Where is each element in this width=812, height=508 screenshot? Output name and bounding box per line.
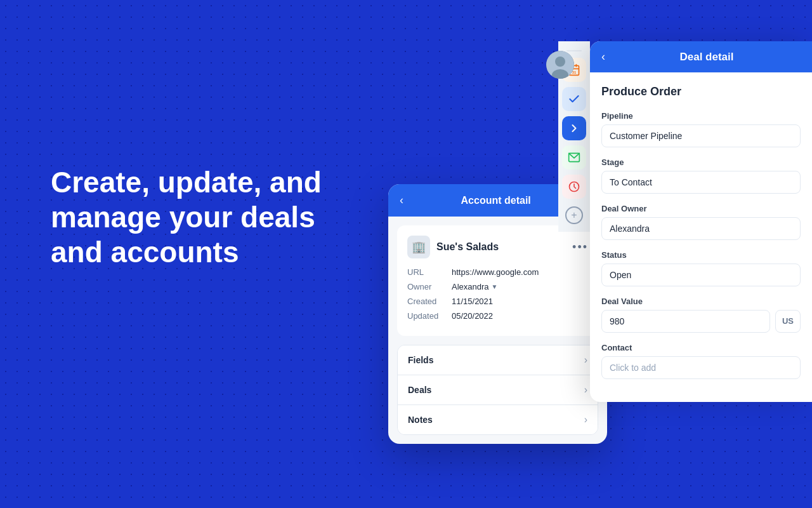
- status-field: Status Open: [601, 250, 801, 286]
- fields-chevron: ›: [584, 354, 587, 366]
- owner-value[interactable]: Alexandra ▼: [452, 282, 497, 291]
- owner-row: Owner Alexandra ▼: [407, 282, 588, 291]
- notes-label: Notes: [408, 415, 433, 425]
- hero-text: Create, update, and manage your deals an…: [51, 165, 368, 271]
- contact-field: Contact Click to add: [601, 343, 801, 379]
- deal-currency[interactable]: US: [775, 310, 801, 333]
- url-value: https://www.google.com: [452, 267, 539, 277]
- contact-input[interactable]: Click to add: [601, 356, 801, 379]
- owner-dropdown-arrow: ▼: [492, 283, 498, 290]
- deals-label: Deals: [408, 385, 431, 395]
- sidebar-add-button[interactable]: +: [565, 206, 583, 224]
- check-sidebar-icon[interactable]: [562, 87, 586, 111]
- svg-point-1: [555, 57, 565, 67]
- company-icon: 🏢: [407, 236, 430, 258]
- created-label: Created: [407, 297, 452, 306]
- created-value: 11/15/2021: [452, 297, 493, 306]
- deals-chevron: ›: [584, 384, 587, 396]
- created-row: Created 11/15/2021: [407, 297, 588, 306]
- deal-body: Produce Order Pipeline Customer Pipeline…: [590, 72, 812, 402]
- avatar-image: [546, 51, 574, 79]
- deal-owner-label: Deal Owner: [601, 204, 801, 213]
- clock-sidebar-icon[interactable]: [562, 175, 586, 199]
- more-options-button[interactable]: •••: [572, 241, 588, 254]
- updated-row: Updated 05/20/2022: [407, 311, 588, 321]
- updated-value: 05/20/2022: [452, 311, 493, 321]
- updated-label: Updated: [407, 311, 452, 321]
- deal-header: ‹ Deal detail: [590, 41, 812, 72]
- stage-field: Stage To Contact: [601, 157, 801, 194]
- account-back-button[interactable]: ‹: [400, 194, 403, 207]
- fields-section[interactable]: Fields ›: [398, 345, 598, 375]
- deal-name: Produce Order: [601, 85, 801, 98]
- deal-detail-panel: ‹ Deal detail Produce Order Pipeline Cus…: [590, 41, 812, 402]
- hero-headline: Create, update, and manage your deals an…: [51, 166, 322, 269]
- deals-section[interactable]: Deals ›: [398, 375, 598, 404]
- user-avatar[interactable]: [546, 51, 574, 79]
- deal-back-button[interactable]: ‹: [601, 50, 605, 64]
- pipeline-field: Pipeline Customer Pipeline: [601, 111, 801, 147]
- account-info-row: 🏢 Sue's Salads •••: [407, 236, 588, 258]
- url-label: URL: [407, 267, 452, 277]
- pipeline-label: Pipeline: [601, 111, 801, 121]
- contact-label: Contact: [601, 343, 801, 352]
- deal-owner-value[interactable]: Alexandra: [601, 217, 801, 240]
- forward-sidebar-icon[interactable]: [562, 116, 586, 140]
- deal-value-label: Deal Value: [601, 297, 801, 306]
- company-name: Sue's Salads: [436, 241, 572, 253]
- status-value[interactable]: Open: [601, 264, 801, 286]
- owner-label: Owner: [407, 282, 452, 291]
- deal-value-row: 980 US: [601, 310, 801, 333]
- svg-text:31: 31: [572, 70, 577, 74]
- stage-label: Stage: [601, 157, 801, 167]
- deal-owner-field: Deal Owner Alexandra: [601, 204, 801, 240]
- status-label: Status: [601, 250, 801, 260]
- pipeline-value[interactable]: Customer Pipeline: [601, 124, 801, 147]
- sidebar-divider-top: [566, 50, 582, 51]
- fields-label: Fields: [408, 355, 433, 365]
- account-sections: Fields › Deals › Notes ›: [397, 345, 598, 435]
- account-card-title: Account detail: [461, 195, 531, 206]
- notes-section[interactable]: Notes ›: [398, 404, 598, 434]
- email-sidebar-icon[interactable]: [562, 145, 586, 170]
- url-row: URL https://www.google.com: [407, 267, 588, 277]
- notes-chevron: ›: [584, 414, 587, 425]
- deal-value-field: Deal Value 980 US: [601, 297, 801, 333]
- stage-value[interactable]: To Contact: [601, 171, 801, 194]
- deal-panel-title: Deal detail: [613, 51, 801, 64]
- account-body: 🏢 Sue's Salads ••• URL https://www.googl…: [397, 225, 598, 336]
- deal-value-input[interactable]: 980: [601, 310, 770, 333]
